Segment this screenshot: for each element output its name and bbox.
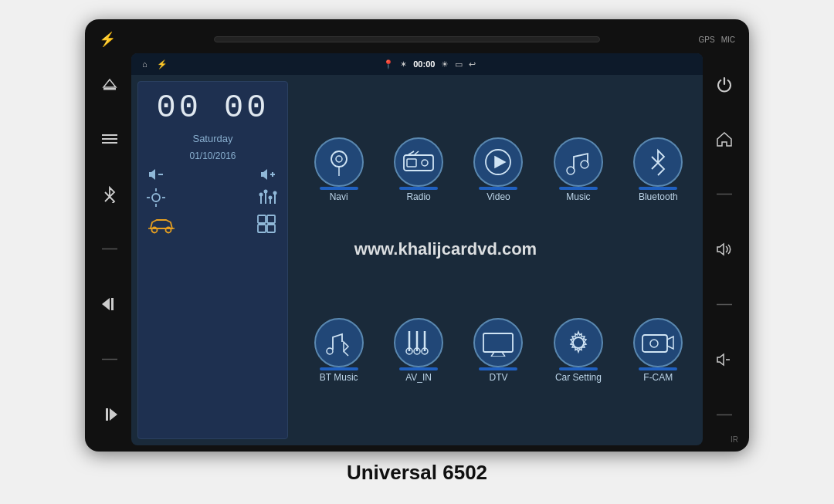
app-btmusic[interactable]: BT Music <box>300 262 377 439</box>
ir-label: IR <box>731 435 738 444</box>
divider-left2 <box>99 349 120 370</box>
settings-icon-wrap <box>554 318 603 367</box>
prev-button[interactable] <box>99 293 120 315</box>
app-grid: Navi Radio <box>294 75 703 445</box>
app-navi[interactable]: Navi <box>300 81 377 259</box>
bluetooth-icon-wrap <box>633 137 683 187</box>
settings-label: Car Setting <box>555 372 602 383</box>
fcam-label: F-CAM <box>643 372 673 383</box>
status-bar: ⌂ ⚡ 📍 ✶ 00:00 ☀ ▭ ↩ <box>131 53 703 75</box>
svg-rect-55 <box>483 333 513 352</box>
divider-right1 <box>714 184 735 205</box>
svg-point-45 <box>327 348 333 354</box>
car-apps-row <box>146 214 280 237</box>
screen-content: 00 00 Saturday 01/10/2016 <box>131 75 703 445</box>
status-time: 00:00 <box>413 59 435 69</box>
home-button[interactable] <box>714 128 735 150</box>
app-settings[interactable]: Car Setting <box>540 262 616 439</box>
btmusic-icon-wrap <box>314 318 364 367</box>
dtv-label: DTV <box>489 372 507 383</box>
page-wrapper: ⚡ GPS MIC <box>85 19 749 485</box>
bluetooth-label: Bluetooth <box>639 191 678 202</box>
svg-rect-33 <box>267 225 275 232</box>
vol-up-btn[interactable] <box>258 167 280 181</box>
menu-button[interactable] <box>99 128 120 150</box>
svg-rect-1 <box>103 88 116 90</box>
stereo-unit: ⚡ GPS MIC <box>85 19 749 452</box>
home-status-icon: ⌂ <box>142 59 147 69</box>
dtv-icon-wrap <box>473 318 523 367</box>
app-video[interactable]: Video <box>460 81 537 259</box>
svg-point-26 <box>273 191 277 195</box>
top-bar: ⚡ GPS MIC <box>93 25 741 53</box>
fcam-icon-wrap <box>633 318 683 367</box>
eject-button[interactable] <box>99 73 120 95</box>
svg-rect-7 <box>111 298 114 310</box>
clock-date: 01/10/2016 <box>146 151 280 161</box>
divider-left <box>99 238 120 260</box>
right-side-panel <box>707 53 741 445</box>
product-title: Universal 6502 <box>347 461 487 485</box>
divider-right2 <box>714 293 735 315</box>
svg-point-14 <box>152 194 160 201</box>
svg-rect-37 <box>407 159 416 167</box>
power-button[interactable] <box>714 73 735 95</box>
navi-icon-wrap <box>314 137 364 187</box>
screen: ⌂ ⚡ 📍 ✶ 00:00 ☀ ▭ ↩ <box>131 53 703 445</box>
clock-time: 00 00 <box>156 90 269 127</box>
divider-right3 <box>714 404 735 425</box>
app-dtv[interactable]: DTV <box>460 262 537 439</box>
mic-label: MIC <box>721 36 735 44</box>
car-btn[interactable] <box>146 215 177 236</box>
location-icon: 📍 <box>383 59 394 69</box>
cd-slot[interactable] <box>214 36 600 42</box>
music-icon-wrap <box>554 137 603 187</box>
svg-point-20 <box>259 193 263 197</box>
main-body: ⌂ ⚡ 📍 ✶ 00:00 ☀ ▭ ↩ <box>93 53 741 445</box>
usb-status-icon: ⚡ <box>157 59 168 69</box>
svg-point-24 <box>269 196 273 200</box>
app-bluetooth[interactable]: Bluetooth <box>620 81 697 259</box>
svg-point-59 <box>573 337 584 348</box>
app-music[interactable]: Music <box>540 81 616 259</box>
radio-label: Radio <box>406 191 430 202</box>
next-button[interactable] <box>99 404 120 425</box>
svg-rect-60 <box>642 335 667 352</box>
avin-icon-wrap <box>394 318 443 367</box>
vol-up-right[interactable] <box>714 238 735 260</box>
video-label: Video <box>486 191 510 202</box>
usb-icon: ⚡ <box>99 31 116 48</box>
back-icon[interactable]: ↩ <box>469 59 476 69</box>
navi-label: Navi <box>330 191 348 202</box>
svg-rect-10 <box>106 408 108 421</box>
status-left: ⌂ ⚡ <box>142 59 168 69</box>
svg-point-61 <box>650 340 658 347</box>
app-radio[interactable]: Radio <box>380 81 456 259</box>
svg-marker-42 <box>495 157 505 167</box>
svg-point-35 <box>336 156 342 162</box>
vol-down-right[interactable] <box>714 349 735 370</box>
svg-marker-6 <box>102 298 110 310</box>
apps-btn[interactable] <box>256 214 280 237</box>
settings-row <box>146 188 280 208</box>
svg-rect-30 <box>258 215 266 223</box>
bluetooth-button[interactable] <box>99 184 120 205</box>
top-right-labels: GPS MIC <box>699 36 735 44</box>
svg-rect-32 <box>258 225 266 232</box>
app-fcam[interactable]: F-CAM <box>620 262 697 439</box>
svg-point-44 <box>581 161 588 168</box>
battery-icon: ▭ <box>455 59 463 69</box>
left-side-panel <box>93 53 127 445</box>
video-icon-wrap <box>473 137 523 187</box>
app-avin[interactable]: AV_IN <box>380 262 456 439</box>
gps-label: GPS <box>699 36 715 44</box>
svg-rect-31 <box>267 215 275 223</box>
svg-point-38 <box>422 160 428 166</box>
music-label: Music <box>566 191 590 202</box>
svg-rect-36 <box>404 155 433 171</box>
avin-label: AV_IN <box>405 372 432 383</box>
vol-down-btn[interactable] <box>146 167 164 181</box>
brightness-btn[interactable] <box>146 188 166 208</box>
eq-btn[interactable] <box>258 188 280 207</box>
radio-icon-wrap <box>394 137 443 187</box>
